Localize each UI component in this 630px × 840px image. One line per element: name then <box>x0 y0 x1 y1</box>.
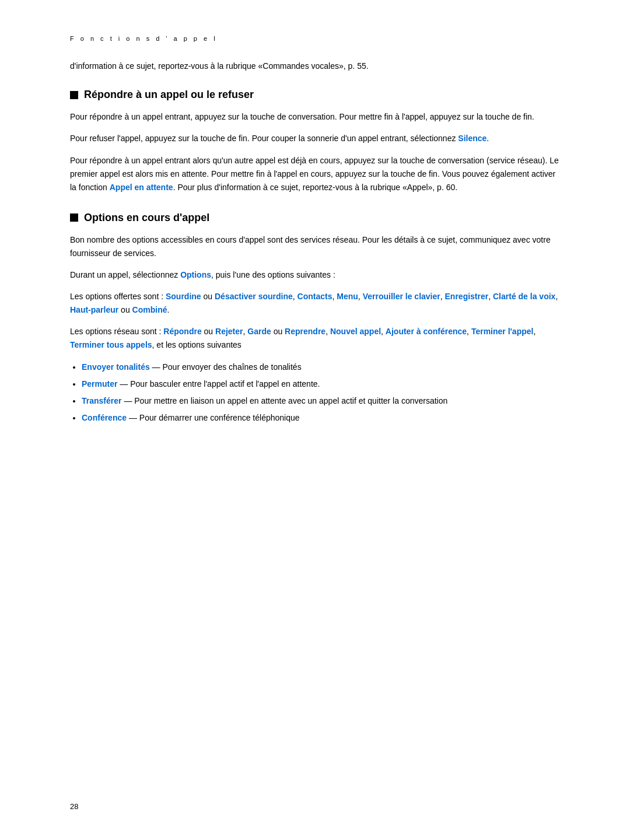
reprendre-link[interactable]: Reprendre <box>285 327 326 336</box>
appel-en-attente-link[interactable]: Appel en attente <box>110 183 173 192</box>
heading-square-icon-2 <box>70 214 78 222</box>
section2-para4: Les options réseau sont : Répondre ou Re… <box>70 325 560 352</box>
enregistrer-link[interactable]: Enregistrer <box>445 292 489 301</box>
repondre-link[interactable]: Répondre <box>163 327 201 336</box>
intro-paragraph: d'information à ce sujet, reportez-vous … <box>70 60 560 72</box>
garde-link[interactable]: Garde <box>247 327 271 336</box>
envoyer-tonalites-link[interactable]: Envoyer tonalités <box>82 362 150 372</box>
section2-title: Options en cours d'appel <box>84 212 209 224</box>
bullet-conference-text: — Pour démarrer une conférence téléphoni… <box>129 413 300 422</box>
terminer-tous-appels-link[interactable]: Terminer tous appels <box>70 340 152 349</box>
ajouter-conference-link[interactable]: Ajouter à conférence <box>386 327 467 336</box>
section2-para2: Durant un appel, sélectionnez Options, p… <box>70 268 560 282</box>
section1-para1: Pour répondre à un appel entrant, appuye… <box>70 110 560 124</box>
bullet-permuter-text: — Pour basculer entre l'appel actif et l… <box>120 379 320 388</box>
verrouiller-clavier-link[interactable]: Verrouiller le clavier <box>363 292 440 301</box>
heading-square-icon <box>70 91 78 99</box>
bullet-envoyer-tonalites: Envoyer tonalités — Pour envoyer des cha… <box>82 360 560 374</box>
chapter-header: F o n c t i o n s d ' a p p e l <box>70 35 560 42</box>
sourdine-link[interactable]: Sourdine <box>166 292 201 301</box>
haut-parleur-link[interactable]: Haut-parleur <box>70 305 118 314</box>
bullet-permuter: Permuter — Pour basculer entre l'appel a… <box>82 377 560 391</box>
desactiver-sourdine-link[interactable]: Désactiver sourdine <box>215 292 293 301</box>
terminer-appel-link[interactable]: Terminer l'appel <box>471 327 534 336</box>
combine-link[interactable]: Combiné <box>132 305 167 314</box>
page: F o n c t i o n s d ' a p p e l d'inform… <box>0 0 630 840</box>
silence-link[interactable]: Silence <box>458 134 487 143</box>
bullet-envoyer-tonalites-text: — Pour envoyer des chaînes de tonalités <box>152 362 302 372</box>
options-link[interactable]: Options <box>180 270 211 279</box>
section1-title: Répondre à un appel ou le refuser <box>84 89 254 101</box>
section1-heading: Répondre à un appel ou le refuser <box>70 89 560 101</box>
clarte-voix-link[interactable]: Clarté de la voix <box>493 292 555 301</box>
contacts-link[interactable]: Contacts <box>298 292 332 301</box>
rejeter-link[interactable]: Rejeter <box>215 327 243 336</box>
permuter-link[interactable]: Permuter <box>82 379 117 388</box>
transferer-link[interactable]: Transférer <box>82 396 121 405</box>
nouvel-appel-link[interactable]: Nouvel appel <box>330 327 381 336</box>
section2-para1: Bon nombre des options accessibles en co… <box>70 233 560 260</box>
conference-link[interactable]: Conférence <box>82 413 127 422</box>
bullet-conference: Conférence — Pour démarrer une conférenc… <box>82 411 560 425</box>
section2-para3: Les options offertes sont : Sourdine ou … <box>70 290 560 317</box>
section2-heading: Options en cours d'appel <box>70 212 560 224</box>
bullet-transferer: Transférer — Pour mettre en liaison un a… <box>82 394 560 408</box>
options-bullet-list: Envoyer tonalités — Pour envoyer des cha… <box>82 360 560 425</box>
section1-para3: Pour répondre à un appel entrant alors q… <box>70 154 560 194</box>
section1-para2: Pour refuser l'appel, appuyez sur la tou… <box>70 132 560 145</box>
page-number: 28 <box>70 802 78 811</box>
bullet-transferer-text: — Pour mettre en liaison un appel en att… <box>124 396 447 405</box>
menu-link[interactable]: Menu <box>337 292 358 301</box>
